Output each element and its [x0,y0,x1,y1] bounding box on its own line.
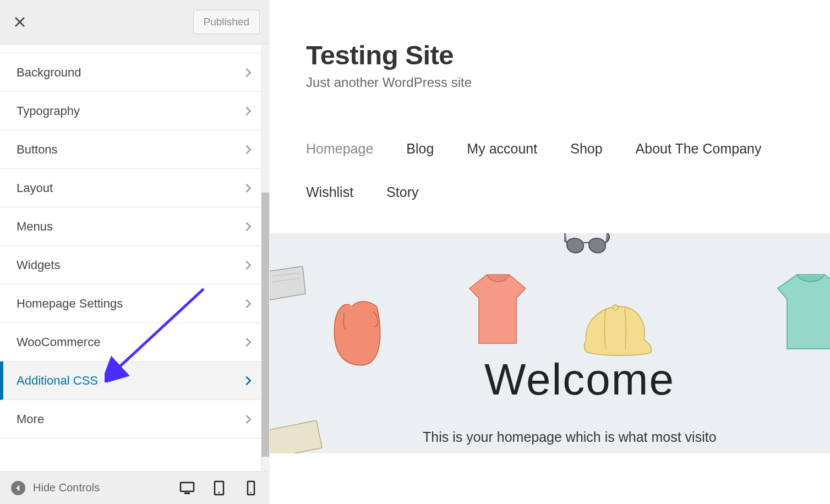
decor-cap [578,302,655,360]
sidebar-item-layout[interactable]: Layout [0,169,270,207]
sidebar-item-typography[interactable]: Typography [0,92,270,130]
hide-controls-button[interactable]: Hide Controls [11,481,172,495]
site-tagline: Just another WordPress site [306,75,830,90]
decor-tee-mint [775,272,830,354]
mobile-icon[interactable] [243,480,259,496]
sidebar-item-menus[interactable]: Menus [0,207,270,246]
publish-status-badge[interactable]: Published [193,10,260,34]
decor-item [270,266,314,310]
customizer-sidebar: Published BackgroundTypographyButtonsLay… [0,0,270,504]
site-preview: Testing Site Just another WordPress site… [270,0,830,504]
sidebar-item-label: Additional CSS [17,374,98,388]
svg-point-5 [250,491,252,492]
chevron-right-icon [242,144,254,156]
scrollbar[interactable] [261,44,270,471]
nav-item-my-account[interactable]: My account [467,141,537,157]
chevron-right-icon [242,413,254,425]
sidebar-menu[interactable]: BackgroundTypographyButtonsLayoutMenusWi… [0,44,270,471]
hero-section: Welcome This is your homepage which is w… [270,233,830,453]
sidebar-footer: Hide Controls [0,471,270,504]
desktop-icon[interactable] [179,480,195,496]
sidebar-item-label: Widgets [17,258,60,272]
sidebar-item-label: Layout [17,181,53,195]
chevron-right-icon [242,259,254,271]
hero-welcome-title: Welcome [484,354,675,405]
decor-tee-pink [462,272,534,349]
chevron-right-icon [242,105,254,117]
svg-rect-0 [181,483,194,491]
site-title[interactable]: Testing Site [306,40,830,70]
sidebar-item-label: Menus [17,220,53,234]
sidebar-item-widgets[interactable]: Widgets [0,246,270,284]
nav-item-shop[interactable]: Shop [570,141,602,157]
close-icon[interactable] [13,15,26,29]
nav-item-about-the-company[interactable]: About The Company [636,141,762,157]
nav-item-story[interactable]: Story [386,184,418,200]
nav-item-wishlist[interactable]: Wishlist [306,184,353,200]
decor-shirt-red [330,299,394,371]
chevron-right-icon [242,336,254,348]
sidebar-item-more[interactable]: More [0,400,270,439]
nav-item-blog[interactable]: Blog [406,141,434,157]
decor-sunglasses [564,233,611,269]
sidebar-item-label: Typography [17,104,80,118]
decor-item-bottom [270,420,327,453]
hide-controls-label: Hide Controls [33,481,100,494]
sidebar-item-background[interactable]: Background [0,53,270,92]
chevron-right-icon [242,221,254,233]
chevron-right-icon [242,182,254,194]
chevron-right-icon [242,375,254,387]
svg-rect-1 [184,492,190,494]
nav-item-homepage[interactable]: Homepage [306,141,373,157]
sidebar-item-label: Homepage Settings [17,297,123,311]
svg-point-6 [613,305,618,310]
sidebar-item-label: Background [17,65,81,80]
sidebar-item-woocommerce[interactable]: WooCommerce [0,323,270,361]
sidebar-item-label: Buttons [17,143,58,157]
tablet-icon[interactable] [211,480,227,496]
svg-point-3 [219,491,220,493]
chevron-right-icon [242,298,254,310]
sidebar-header: Published [0,0,270,44]
sidebar-item-label: WooCommerce [17,335,100,349]
scrollbar-thumb[interactable] [261,193,269,457]
sidebar-item-homepage-settings[interactable]: Homepage Settings [0,284,270,323]
sidebar-item-label: More [17,412,44,426]
sidebar-item-additional-css[interactable]: Additional CSS [0,361,270,400]
primary-nav: HomepageBlogMy accountShopAbout The Comp… [306,141,774,200]
collapse-icon [11,481,25,495]
chevron-right-icon [242,67,254,79]
hero-subtitle: This is your homepage which is what most… [423,429,717,445]
sidebar-item-buttons[interactable]: Buttons [0,130,270,169]
